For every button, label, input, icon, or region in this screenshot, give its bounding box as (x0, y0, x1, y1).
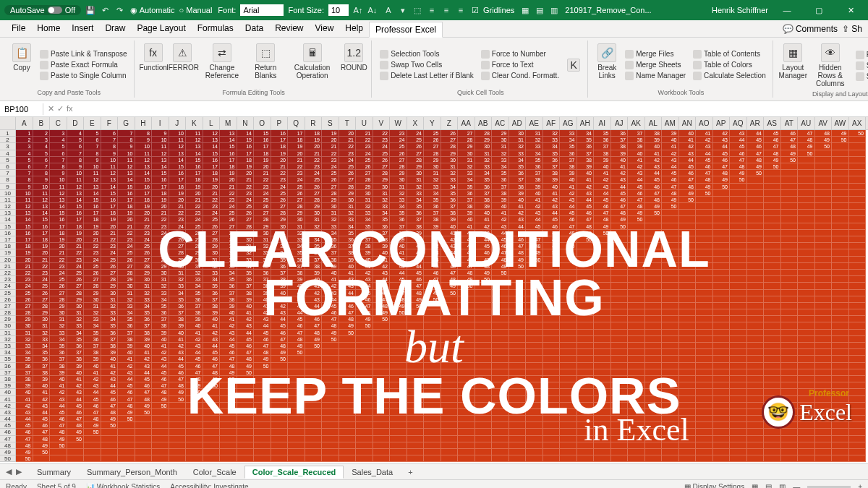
col-header[interactable]: I (152, 117, 169, 129)
table-row[interactable]: 404041424344454647484950 (0, 389, 868, 395)
col-header[interactable]: AW (832, 117, 849, 129)
accessibility[interactable]: Accessibility: Investigate (170, 483, 248, 488)
table-row[interactable]: 2121222324252627282930313233343536373839… (0, 263, 868, 270)
return-blanks-button[interactable]: ⬚Return Blanks (248, 42, 284, 87)
user-label[interactable]: Henrik Schiffner (712, 6, 768, 14)
col-header[interactable]: AK (628, 117, 645, 129)
col-header[interactable]: AE (526, 117, 543, 129)
table-row[interactable]: 2929303132333435363738394041424344454647… (0, 316, 868, 322)
table-row[interactable]: 33333435363738394041424344454647484950 (0, 343, 868, 349)
col-header[interactable]: AP (713, 117, 731, 129)
col-header[interactable]: S (322, 117, 339, 129)
ribbon-sheet-manager[interactable]: Sheet Manager (854, 61, 868, 71)
col-header[interactable]: Q (288, 117, 305, 129)
table-row[interactable]: 1717181920212223242526272829303132333435… (0, 236, 868, 243)
comments-button[interactable]: 💬 Comments (783, 24, 838, 34)
col-header[interactable]: AX (849, 117, 867, 129)
table-row[interactable]: 45454647484950 (0, 422, 868, 429)
col-header[interactable]: Y (424, 117, 441, 129)
decrease-font-icon[interactable]: A↓ (367, 5, 378, 15)
col-header[interactable]: AA (458, 117, 475, 129)
ribbon-force-to-text[interactable]: Force to Text (479, 60, 561, 70)
ribbon-sort-sheets[interactable]: Sort Sheets (854, 72, 868, 82)
col-header[interactable]: AD (509, 117, 527, 129)
cancel-fx-icon[interactable]: ✕ (48, 104, 54, 114)
table-row[interactable]: 1515161718192021222324252627282930313233… (0, 223, 868, 230)
col-header[interactable]: AR (747, 117, 765, 129)
table-row[interactable]: 39394041424344454647484950 (0, 382, 868, 389)
table-row[interactable]: 1919202122232425262728293031323334353637… (0, 249, 868, 256)
col-header[interactable]: M (220, 117, 237, 129)
col-header[interactable]: AF (543, 117, 561, 129)
sheet-tab-color_scale_recuced[interactable]: Color_Scale_Recuced (244, 466, 344, 479)
name-box[interactable]: BP100 (0, 103, 43, 115)
tab-prev-icon[interactable]: ◀ (6, 467, 12, 476)
col-header[interactable]: E (84, 117, 101, 129)
view-normal-icon[interactable]: ▦ (752, 483, 758, 488)
table-row[interactable]: 1010111213141516171819202122232425262728… (0, 190, 868, 197)
hidden-rows-button[interactable]: 👁Hidden Rows & Columns (810, 42, 851, 89)
table-row[interactable]: 4456789101112131415161718192021222324252… (0, 150, 868, 157)
col-header[interactable]: H (135, 117, 153, 129)
table-row[interactable]: 2424252627282930313233343536373839404142… (0, 283, 868, 289)
column-headers[interactable]: ABCDEFGHIJKLMNOPQRSTUVWXYZAAABACADAEAFAG… (0, 117, 868, 130)
calc-operation-button[interactable]: 🖩Calculation Operation (286, 42, 338, 87)
table-row[interactable]: 4444454647484950 (0, 416, 868, 422)
workbook-stats[interactable]: 📊 Workbook Statistics (86, 483, 160, 488)
col-header[interactable]: T (339, 117, 357, 129)
col-header[interactable]: AC (492, 117, 509, 129)
grid-area[interactable]: ABCDEFGHIJKLMNOPQRSTUVWXYZAAABACADAEAFAG… (0, 117, 868, 463)
menu-formulas[interactable]: Formulas (192, 21, 239, 37)
ribbon-merge-files[interactable]: Merge Files (623, 49, 688, 59)
col-header[interactable]: AO (696, 117, 713, 129)
col-header[interactable]: AL (645, 117, 663, 129)
table-row[interactable]: 4747484950 (0, 436, 868, 442)
menu-professor-excel[interactable]: Professor Excel (369, 22, 443, 38)
manual-radio[interactable]: ○ Manual (179, 6, 213, 14)
break-links-button[interactable]: 🔗Break Links (594, 42, 620, 87)
table-row[interactable]: 1212131415161718192021222324252627282930… (0, 203, 868, 210)
menu-data[interactable]: Data (239, 21, 269, 37)
undo-icon[interactable]: ↶ (100, 5, 110, 15)
table-row[interactable]: 2323242526272829303132333435363738394041… (0, 276, 868, 283)
gridlines-toggle[interactable]: ☑ Gridlines (472, 6, 514, 15)
table-row[interactable]: 3232333435363738394041424344454647484950 (0, 336, 868, 343)
zoom-slider[interactable] (807, 486, 851, 489)
copy-button[interactable]: 📋Copy (9, 42, 35, 87)
automatic-radio[interactable]: ◉ Automatic (130, 6, 174, 15)
view-icons[interactable]: ▦▤▥ (520, 5, 559, 15)
table-row[interactable]: 2222232425262728293031323334353637383940… (0, 270, 868, 276)
table-row[interactable]: 4141424344454647484950 (0, 396, 868, 403)
fontsize-input[interactable] (328, 4, 349, 16)
table-row[interactable]: 464647484950 (0, 429, 868, 435)
table-row[interactable]: 3030313233343536373839404142434445464748… (0, 322, 868, 329)
col-header[interactable]: Z (441, 117, 459, 129)
menu-page-layout[interactable]: Page Layout (131, 21, 191, 37)
ribbon-swap-two-cells[interactable]: Swap Two Cells (378, 60, 476, 70)
col-header[interactable]: F (101, 117, 119, 129)
ribbon-name-manager[interactable]: Name Manager (623, 71, 688, 81)
col-header[interactable]: C (50, 117, 67, 129)
table-row[interactable]: 6678910111213141516171819202122232425262… (0, 163, 868, 170)
formula-input[interactable] (77, 108, 868, 111)
table-row[interactable]: 373738394041424344454647484950 (0, 369, 868, 376)
table-row[interactable]: 42424344454647484950 (0, 403, 868, 409)
view-page-icon[interactable]: ▤ (765, 483, 772, 488)
col-header[interactable]: J (169, 117, 187, 129)
table-row[interactable]: 343435363738394041424344454647484950 (0, 349, 868, 356)
table-row[interactable]: 8891011121314151617181920212223242526272… (0, 176, 868, 183)
ribbon-paste-to-single-column[interactable]: Paste to Single Column (38, 71, 129, 81)
table-row[interactable]: 1818192021222324252627282930313233343536… (0, 243, 868, 249)
sheet-tab-color_scale[interactable]: Color_Scale (185, 466, 244, 479)
table-row[interactable]: 5050 (0, 455, 868, 462)
ribbon-font[interactable]: Font (854, 50, 868, 60)
col-header[interactable]: G (118, 117, 135, 129)
col-header[interactable]: X (407, 117, 425, 129)
col-header[interactable]: L (203, 117, 221, 129)
change-reference-button[interactable]: ⇄Change Reference (199, 42, 244, 87)
col-header[interactable]: AQ (730, 117, 747, 129)
table-row[interactable]: 36363738394041424344454647484950 (0, 363, 868, 369)
col-header[interactable]: P (271, 117, 289, 129)
add-sheet-button[interactable]: + (402, 466, 418, 478)
col-header[interactable]: W (390, 117, 407, 129)
